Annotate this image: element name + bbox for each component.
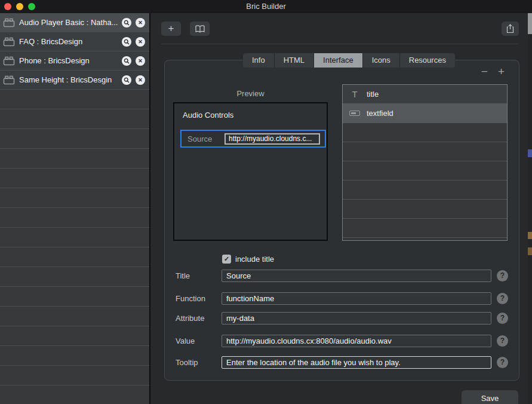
title-field-label: Title (176, 271, 222, 280)
preview-box: Audio Controls Source (173, 102, 328, 241)
help-icon[interactable]: ? (497, 335, 508, 347)
close-icon[interactable]: ✕ (136, 75, 145, 85)
list-item-empty[interactable] (343, 161, 507, 180)
list-item-empty[interactable] (343, 142, 507, 161)
add-button[interactable]: + (161, 22, 181, 36)
bric-icon (3, 18, 15, 27)
include-title-row: ✓ include title (222, 255, 274, 264)
title-bar: Bric Builder (0, 0, 532, 13)
toolbar-divider (161, 44, 518, 44)
window-title: Bric Builder (0, 0, 532, 13)
help-icon[interactable]: ? (497, 293, 508, 304)
close-icon[interactable]: ✕ (136, 56, 145, 66)
sidebar-item-phone[interactable]: Phone : BricsDesign ✕ (0, 51, 149, 71)
form-row-value: Value ? (176, 334, 508, 347)
preview-source-input[interactable] (225, 133, 320, 145)
tab-html[interactable]: HTML (274, 53, 313, 68)
list-item-textfield[interactable]: textfield (343, 104, 507, 123)
main-area: + Info HTML Interface Icons Resources − … (150, 13, 528, 404)
tab-bar: Info HTML Interface Icons Resources (243, 53, 455, 68)
list-item-empty[interactable] (343, 200, 507, 219)
add-component-button[interactable]: + (498, 66, 505, 77)
sidebar-item-same-height[interactable]: Same Height : BricsDesgin ✕ (0, 71, 149, 90)
inspect-icon[interactable] (122, 56, 131, 66)
save-button[interactable]: Save (462, 390, 518, 404)
text-icon: T (349, 89, 360, 99)
sidebar: Audio Player Basic : Natha... ✕ FAQ : Br… (0, 13, 149, 404)
bric-icon (3, 75, 15, 85)
desktop-fragment (528, 149, 532, 157)
form-row-function: Function ? (176, 292, 508, 305)
list-item-empty[interactable] (343, 238, 507, 241)
sidebar-empty-rows (0, 90, 149, 404)
remove-component-button[interactable]: − (481, 66, 488, 77)
value-field-label: Value (176, 336, 222, 345)
sidebar-item-label: Phone : BricsDesign (19, 56, 118, 65)
include-title-checkbox[interactable]: ✓ (222, 255, 231, 264)
list-item-label: title (367, 90, 379, 99)
form-row-tooltip: Tooltip ? (176, 356, 508, 369)
help-icon[interactable]: ? (497, 270, 508, 281)
help-icon[interactable]: ? (497, 357, 508, 368)
sidebar-item-label: Same Height : BricsDesgin (19, 75, 118, 84)
close-icon[interactable]: ✕ (136, 37, 145, 47)
list-item-label: textfield (367, 109, 393, 118)
preview-selected-row[interactable]: Source (180, 130, 326, 148)
tab-interface[interactable]: Interface (313, 53, 362, 68)
book-icon (195, 25, 205, 33)
desktop-edge (528, 0, 532, 404)
sidebar-item-faq[interactable]: FAQ : BricsDesign ✕ (0, 32, 149, 51)
sidebar-item-label: FAQ : BricsDesign (19, 37, 118, 46)
share-icon (506, 24, 514, 33)
tab-icons[interactable]: Icons (362, 53, 399, 68)
list-controls: − + (481, 66, 505, 77)
list-item-empty[interactable] (343, 123, 507, 142)
bric-icon (3, 56, 15, 66)
help-icon[interactable]: ? (497, 313, 508, 324)
close-icon[interactable]: ✕ (136, 18, 145, 27)
components-list: T title textfield (342, 84, 508, 241)
tab-resources[interactable]: Resources (399, 53, 455, 68)
tab-info[interactable]: Info (243, 53, 274, 68)
list-item-empty[interactable] (343, 180, 507, 200)
inspect-icon[interactable] (122, 75, 131, 85)
function-input[interactable] (222, 292, 491, 305)
tooltip-field-label: Tooltip (176, 358, 222, 367)
form-row-attribute: Attribute ? (176, 311, 508, 325)
bric-icon (3, 37, 15, 47)
inspect-icon[interactable] (122, 18, 131, 27)
share-button[interactable] (502, 22, 519, 36)
tooltip-input[interactable] (222, 356, 491, 369)
value-input[interactable] (222, 335, 491, 347)
include-title-label: include title (235, 255, 274, 264)
title-input[interactable] (222, 270, 491, 282)
attribute-input[interactable] (222, 312, 491, 325)
desktop-fragment (528, 232, 532, 239)
preview-heading: Preview (173, 89, 328, 98)
function-field-label: Function (176, 294, 222, 303)
list-item-empty[interactable] (343, 219, 507, 238)
interface-panel: − + Preview Audio Controls Source T titl… (164, 60, 519, 381)
inspect-icon[interactable] (122, 37, 131, 47)
attribute-field-label: Attribute (176, 314, 222, 323)
textfield-icon (349, 111, 360, 116)
preview-source-label: Source (187, 134, 225, 143)
form-row-title: Title ? (176, 269, 508, 282)
sidebar-item-audio-player[interactable]: Audio Player Basic : Natha... ✕ (0, 13, 149, 32)
sidebar-item-label: Audio Player Basic : Natha... (19, 18, 118, 27)
preview-group-title: Audio Controls (183, 111, 233, 120)
library-button[interactable] (190, 22, 210, 36)
list-item-title[interactable]: T title (343, 85, 507, 104)
desktop-fragment (528, 247, 532, 255)
